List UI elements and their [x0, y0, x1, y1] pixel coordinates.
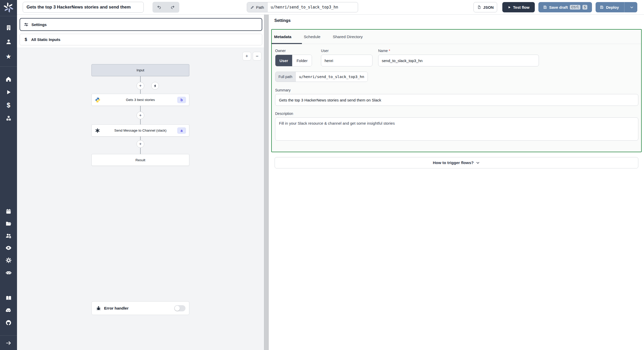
- save-draft-label: Save draft: [549, 5, 568, 10]
- full-path-value: u/henri/send_to_slack_top3_hn: [296, 72, 368, 82]
- node-label: Gets 3 best stories: [92, 98, 189, 102]
- save-draft-button[interactable]: Save draft Ctrl S: [538, 2, 592, 12]
- active-tab-underline: [272, 43, 302, 44]
- undo-button[interactable]: [152, 2, 166, 13]
- error-handler-node[interactable]: Error handler: [91, 301, 189, 315]
- save-icon: [543, 5, 547, 9]
- schedules-calendar-icon[interactable]: [5, 208, 12, 215]
- redo-icon: [170, 5, 175, 10]
- full-path-display: Full path u/henri/send_to_slack_top3_hn: [275, 72, 368, 82]
- owner-option-user[interactable]: User: [275, 55, 292, 66]
- owner-label: Owner: [275, 49, 321, 53]
- play-icon: [508, 6, 511, 9]
- test-flow-label: Test flow: [513, 5, 530, 10]
- undo-icon: [157, 5, 162, 10]
- zoom-out-button[interactable]: −: [253, 52, 261, 61]
- add-step-button[interactable]: +: [137, 82, 144, 90]
- discord-icon[interactable]: [5, 307, 12, 314]
- add-step-button[interactable]: +: [137, 112, 144, 119]
- star-icon[interactable]: ★: [5, 53, 12, 60]
- path-chip: Path: [247, 2, 268, 12]
- step-id-badge: a: [177, 127, 186, 134]
- folders-icon[interactable]: [5, 220, 12, 227]
- owner-option-folder[interactable]: Folder: [292, 55, 312, 66]
- error-handler-toggle[interactable]: [174, 305, 185, 311]
- flow-node-step-b[interactable]: Gets 3 best stories b: [91, 94, 189, 106]
- audit-eye-icon[interactable]: [5, 244, 12, 251]
- add-step-button[interactable]: +: [137, 140, 144, 148]
- user-icon[interactable]: [5, 38, 12, 45]
- add-trigger-button[interactable]: [151, 82, 159, 90]
- kbd-s: S: [582, 5, 587, 10]
- all-static-inputs-button[interactable]: $ All Static Inputs: [20, 34, 262, 45]
- deploy-button[interactable]: Deploy: [596, 2, 622, 12]
- full-path-label: Full path: [275, 72, 296, 82]
- sidebar: ★ $: [0, 0, 17, 350]
- tab-metadata[interactable]: Metadata: [274, 35, 292, 39]
- lightning-icon: [153, 84, 157, 88]
- save-icon: [600, 5, 604, 9]
- tab-schedule[interactable]: Schedule: [303, 35, 321, 39]
- chevron-down-icon: [476, 160, 480, 165]
- trigger-button-label: How to trigger flows?: [433, 160, 473, 165]
- settings-tabbar: Metadata Schedule Shared Directory: [272, 30, 641, 44]
- description-textarea[interactable]: Fill in your Slack resource & channel an…: [275, 117, 638, 141]
- variables-dollar-icon[interactable]: $: [5, 101, 12, 109]
- bug-icon: [96, 305, 101, 311]
- tab-shared-directory[interactable]: Shared Directory: [332, 35, 363, 39]
- runs-play-icon[interactable]: [5, 89, 12, 96]
- resources-cubes-icon[interactable]: [5, 115, 12, 122]
- step-id-badge: b: [177, 97, 186, 103]
- github-icon[interactable]: [5, 319, 12, 326]
- sidebar-divider: [0, 66, 17, 67]
- all-static-inputs-label: All Static Inputs: [31, 37, 60, 42]
- json-button-label: JSON: [483, 5, 494, 10]
- windmill-logo-icon[interactable]: [3, 2, 14, 13]
- robot-icon[interactable]: [5, 269, 12, 276]
- name-label: Name *: [378, 49, 638, 53]
- redo-button[interactable]: [166, 2, 179, 13]
- collapse-arrow-right-icon[interactable]: [5, 339, 12, 347]
- panel-resize-splitter[interactable]: [264, 15, 269, 350]
- sliders-icon: [24, 22, 29, 27]
- groups-users-gear-icon[interactable]: [5, 232, 12, 239]
- node-label: Result: [92, 158, 189, 162]
- node-label: Input: [92, 68, 189, 72]
- pencil-icon: [250, 5, 254, 9]
- deploy-button-group: Deploy: [596, 2, 637, 12]
- workspace-building-icon[interactable]: [5, 24, 12, 31]
- path-value: u/henri/send_to_slack_top3_hn: [268, 2, 341, 12]
- path-chip-label: Path: [256, 5, 264, 10]
- summary-input[interactable]: [275, 94, 638, 106]
- node-label: Send Message to Channel (slack): [92, 129, 189, 132]
- user-label: User: [321, 49, 378, 53]
- flow-node-input[interactable]: Input: [91, 64, 189, 76]
- error-handler-label: Error handler: [104, 306, 129, 310]
- deploy-dropdown-button[interactable]: [626, 2, 637, 12]
- flow-settings-button[interactable]: Settings: [20, 18, 262, 31]
- topbar: Path u/henri/send_to_slack_top3_hn JSON …: [17, 0, 644, 15]
- home-icon[interactable]: [5, 75, 12, 83]
- sidebar-divider: [0, 16, 17, 16]
- windmill-flow-editor: ★ $: [0, 0, 644, 350]
- json-button[interactable]: JSON: [473, 2, 497, 12]
- flow-node-step-a[interactable]: Send Message to Channel (slack) a: [91, 124, 189, 136]
- name-input[interactable]: [378, 55, 539, 66]
- flow-node-result[interactable]: Result: [91, 154, 189, 166]
- user-input[interactable]: [321, 55, 372, 66]
- description-label: Description: [275, 112, 638, 116]
- flow-panel: Settings $ All Static Inputs + − Input +…: [17, 15, 264, 350]
- flow-title-input[interactable]: [23, 2, 144, 13]
- summary-label: Summary: [275, 88, 638, 92]
- zoom-in-button[interactable]: +: [242, 52, 251, 61]
- path-field[interactable]: Path u/henri/send_to_slack_top3_hn: [247, 2, 358, 12]
- owner-segmented-control: User Folder: [275, 55, 312, 66]
- settings-gear-icon[interactable]: [5, 257, 12, 264]
- docs-book-icon[interactable]: [5, 294, 12, 302]
- metadata-content: Owner User Folder User Name *: [272, 44, 641, 146]
- metadata-box: Metadata Schedule Shared Directory Owner…: [271, 29, 642, 152]
- test-flow-button[interactable]: Test flow: [502, 2, 535, 12]
- chevron-down-icon: [630, 5, 634, 10]
- how-to-trigger-flows-button[interactable]: How to trigger flows?: [275, 157, 638, 168]
- flow-settings-label: Settings: [31, 22, 47, 27]
